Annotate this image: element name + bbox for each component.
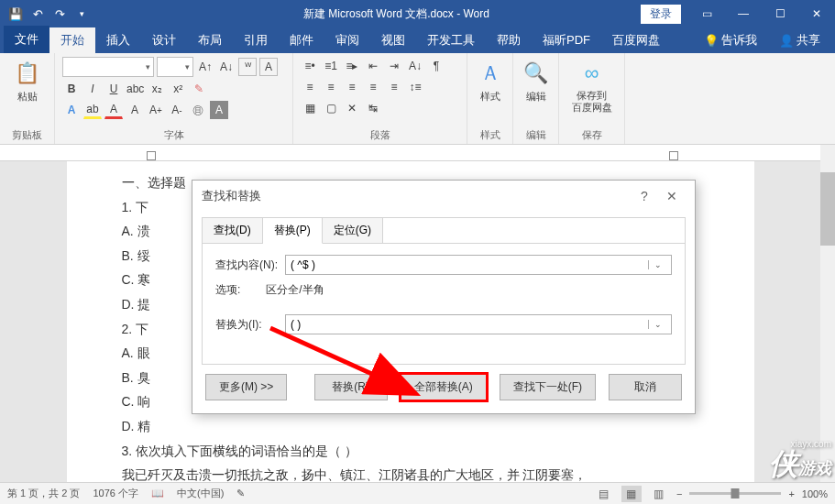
outdent-icon[interactable]: ⇤ xyxy=(364,57,382,75)
underline-icon[interactable]: U xyxy=(104,80,123,98)
status-language[interactable]: 中文(中国) xyxy=(177,487,224,500)
replace-input[interactable]: ( ) ⌄ xyxy=(285,314,672,334)
tab-baidu[interactable]: 百度网盘 xyxy=(601,27,671,53)
tab-icon[interactable]: ↹ xyxy=(364,99,382,117)
tab-goto[interactable]: 定位(G) xyxy=(323,218,383,243)
scroll-thumb[interactable] xyxy=(820,172,835,246)
shrink-font-icon[interactable]: A- xyxy=(168,101,186,119)
qat-dropdown-icon[interactable]: ▾ xyxy=(71,4,92,24)
borders-icon[interactable]: ▢ xyxy=(322,99,340,117)
find-next-button[interactable]: 查找下一处(F) xyxy=(500,374,596,400)
justify-icon[interactable]: ≡ xyxy=(364,78,382,96)
highlight-icon[interactable]: ab xyxy=(83,101,102,119)
zoom-in-icon[interactable]: + xyxy=(788,488,794,499)
font-family-combo[interactable] xyxy=(62,57,154,77)
italic-icon[interactable]: I xyxy=(83,80,102,98)
tab-design[interactable]: 设计 xyxy=(141,27,187,53)
font-color-icon[interactable]: A xyxy=(104,101,123,119)
status-spellcheck-icon[interactable]: 📖 xyxy=(151,488,164,499)
dialog-help-icon[interactable]: ? xyxy=(631,189,658,203)
snap-icon[interactable]: ✕ xyxy=(343,99,361,117)
tab-replace[interactable]: 替换(P) xyxy=(263,218,323,244)
horizontal-ruler[interactable] xyxy=(0,145,820,161)
editing-button[interactable]: 🔍 编辑 xyxy=(521,57,551,105)
text-effects-icon[interactable]: A xyxy=(62,101,81,119)
strike-icon[interactable]: abc xyxy=(126,80,145,98)
minimize-icon[interactable]: — xyxy=(725,0,762,27)
multilevel-icon[interactable]: ≡▸ xyxy=(343,57,361,75)
undo-icon[interactable]: ↶ xyxy=(27,4,48,24)
view-print-icon[interactable]: ▦ xyxy=(621,486,642,502)
font-size-combo[interactable] xyxy=(157,57,193,77)
view-web-icon[interactable]: ▥ xyxy=(649,486,669,502)
tab-foxit[interactable]: 福昕PDF xyxy=(532,27,601,53)
dialog-close-icon[interactable]: ✕ xyxy=(658,189,686,203)
ribbon-options-icon[interactable]: ▭ xyxy=(688,0,725,27)
zoom-slider[interactable] xyxy=(689,492,781,495)
line-spacing-icon[interactable]: ↕≡ xyxy=(406,78,424,96)
zoom-out-icon[interactable]: − xyxy=(676,488,682,499)
enclose-icon[interactable]: ㊐ xyxy=(189,101,207,119)
tab-layout[interactable]: 布局 xyxy=(187,27,233,53)
view-read-icon[interactable]: ▤ xyxy=(594,486,614,502)
tab-mail[interactable]: 邮件 xyxy=(279,27,324,53)
status-page[interactable]: 第 1 页，共 2 页 xyxy=(7,487,80,500)
align-center-icon[interactable]: ≡ xyxy=(322,78,340,96)
status-words[interactable]: 1076 个字 xyxy=(93,487,138,500)
char-scaling-icon[interactable]: A xyxy=(210,101,228,119)
styles-button[interactable]: Ａ 样式 xyxy=(475,57,505,105)
save-icon[interactable]: 💾 xyxy=(5,4,26,24)
char-border-icon[interactable]: A xyxy=(259,58,278,76)
number-list-icon[interactable]: ≡1 xyxy=(322,57,340,75)
close-icon[interactable]: ✕ xyxy=(798,0,835,27)
tab-file[interactable]: 文件 xyxy=(4,26,49,53)
save-to-baidu-button[interactable]: ∞ 保存到 百度网盘 xyxy=(566,57,617,115)
replace-all-button[interactable]: 全部替换(A) xyxy=(401,374,487,400)
dialog-titlebar[interactable]: 查找和替换 ? ✕ xyxy=(192,181,695,212)
vertical-scrollbar[interactable] xyxy=(820,145,835,482)
decrease-font-icon[interactable]: A↓ xyxy=(217,58,236,76)
tab-references[interactable]: 引用 xyxy=(233,27,279,53)
indent-icon[interactable]: ⇥ xyxy=(385,57,403,75)
paste-button[interactable]: 📋 粘贴 xyxy=(7,57,47,105)
more-button[interactable]: 更多(M) >> xyxy=(205,374,287,400)
increase-font-icon[interactable]: A↑ xyxy=(196,58,214,76)
tab-insert[interactable]: 插入 xyxy=(95,27,141,53)
login-button[interactable]: 登录 xyxy=(641,5,681,24)
align-left-icon[interactable]: ≡ xyxy=(301,78,319,96)
share-button[interactable]: 👤共享 xyxy=(768,27,831,53)
grow-font-icon[interactable]: A+ xyxy=(147,101,165,119)
dropdown-icon[interactable]: ⌄ xyxy=(648,260,666,269)
phonetic-icon[interactable]: ᵂ xyxy=(238,58,257,76)
subscript-icon[interactable]: x₂ xyxy=(148,80,166,98)
tab-dev[interactable]: 开发工具 xyxy=(416,27,486,53)
tab-find[interactable]: 查找(D) xyxy=(203,218,263,243)
sort-icon[interactable]: A↓ xyxy=(406,57,424,75)
shading-icon[interactable]: ▦ xyxy=(301,99,319,117)
ruler-indent-left[interactable] xyxy=(147,151,156,160)
superscript-icon[interactable]: x² xyxy=(169,80,187,98)
tab-review[interactable]: 审阅 xyxy=(324,27,370,53)
align-right-icon[interactable]: ≡ xyxy=(343,78,361,96)
find-input[interactable]: ( ^$ ) ⌄ xyxy=(285,255,672,275)
maximize-icon[interactable]: ☐ xyxy=(762,0,798,27)
tab-view[interactable]: 视图 xyxy=(370,27,416,53)
tell-me-button[interactable]: 💡告诉我 xyxy=(693,27,768,53)
bold-icon[interactable]: B xyxy=(62,80,81,98)
char-shading-icon[interactable]: A xyxy=(126,101,144,119)
clear-format-icon[interactable]: ✎ xyxy=(190,80,208,98)
doc-line: 我已歼灭及击溃一切抵抗之敌，扬中、镇江、江阴诸县的广大地区，并 江阴要塞， xyxy=(122,463,699,482)
show-marks-icon[interactable]: ¶ xyxy=(427,57,445,75)
replace-button[interactable]: 替换(R) xyxy=(314,374,388,400)
ruler-indent-right[interactable] xyxy=(669,151,678,160)
zoom-level[interactable]: 100% xyxy=(802,488,828,499)
tab-home[interactable]: 开始 xyxy=(49,27,95,53)
redo-icon[interactable]: ↷ xyxy=(49,4,70,24)
distributed-icon[interactable]: ≡ xyxy=(385,78,403,96)
cancel-button[interactable]: 取消 xyxy=(609,374,682,400)
bullet-list-icon[interactable]: ≡• xyxy=(301,57,319,75)
dropdown-icon[interactable]: ⌄ xyxy=(648,320,666,329)
status-insert-icon[interactable]: ✎ xyxy=(236,488,245,499)
tab-help[interactable]: 帮助 xyxy=(486,27,532,53)
styles-icon: Ａ xyxy=(476,59,505,88)
